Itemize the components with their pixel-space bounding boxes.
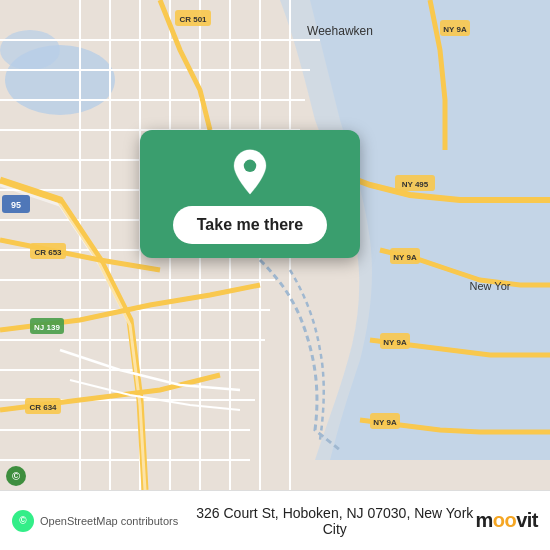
svg-text:CR 501: CR 501 (179, 15, 207, 24)
svg-text:CR 653: CR 653 (34, 248, 62, 257)
svg-text:NY 9A: NY 9A (393, 253, 417, 262)
svg-text:CR 634: CR 634 (29, 403, 57, 412)
svg-text:NY 495: NY 495 (402, 180, 429, 189)
svg-text:NY 9A: NY 9A (443, 25, 467, 34)
svg-text:NY 9A: NY 9A (373, 418, 397, 427)
take-me-there-button[interactable]: Take me there (173, 206, 327, 244)
osm-logo: © (12, 510, 34, 532)
moovit-logo: moovit (475, 509, 538, 532)
bottom-bar: © OpenStreetMap contributors 326 Court S… (0, 490, 550, 550)
address-text: 326 Court St, Hoboken, NJ 07030, New Yor… (194, 505, 475, 537)
svg-point-2 (0, 30, 60, 70)
location-pin-icon (226, 148, 274, 196)
popup-card: Take me there (140, 130, 360, 258)
svg-text:©: © (12, 470, 20, 482)
svg-text:NJ 139: NJ 139 (34, 323, 60, 332)
svg-text:New Yor: New Yor (470, 280, 511, 292)
osm-attribution: OpenStreetMap contributors (40, 515, 178, 527)
svg-text:95: 95 (11, 200, 21, 210)
svg-point-50 (244, 160, 256, 172)
svg-text:NY 9A: NY 9A (383, 338, 407, 347)
app: 95 CR 501 CR 653 NJ 139 CR 634 NY 495 (0, 0, 550, 550)
svg-text:Weehawken: Weehawken (307, 24, 373, 38)
